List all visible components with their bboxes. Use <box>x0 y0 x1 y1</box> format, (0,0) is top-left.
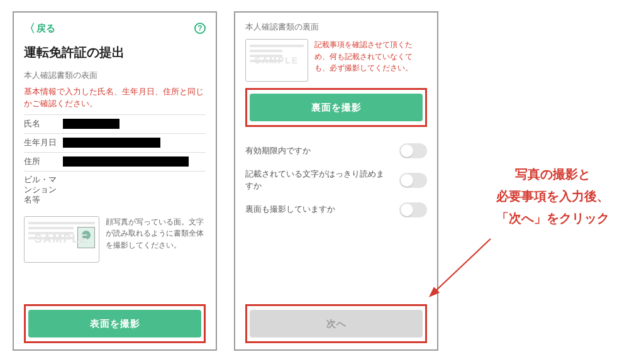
check-row-back-captured: 裏面も撮影していますか <box>245 197 427 222</box>
info-row-name: 氏名 <box>24 114 206 133</box>
toggle-valid[interactable] <box>399 143 427 158</box>
info-row-dob: 生年月日 <box>24 133 206 152</box>
sample-watermark-back: SAMPLE <box>246 40 308 81</box>
check-row-valid: 有効期限内ですか <box>245 138 427 163</box>
building-label: ビル・マンション名等 <box>24 175 63 206</box>
front-sample-card: SAMPLE <box>24 216 99 263</box>
capture-back-button[interactable]: 裏面を撮影 <box>250 94 423 121</box>
section-label-front: 本人確認書類の表面 <box>24 70 206 81</box>
phone-screen-back: 本人確認書類の裏面 SAMPLE 記載事項を確認させて頂くため、何も記載されてい… <box>234 11 438 351</box>
phone-screen-front: 〈 戻る ? 運転免許証の提出 本人確認書類の表面 基本情報で入力した氏名、生年… <box>13 11 217 351</box>
info-row-address: 住所 <box>24 152 206 171</box>
dob-label: 生年月日 <box>24 138 63 148</box>
info-row-building: ビル・マンション名等 <box>24 171 206 209</box>
annotation-text: 写真の撮影と必要事項を入力後、「次へ」をクリック <box>474 163 631 229</box>
sample-watermark: SAMPLE <box>25 217 99 262</box>
capture-front-button[interactable]: 表面を撮影 <box>28 310 201 337</box>
back-button[interactable]: 〈 戻る <box>24 23 55 35</box>
check-label-valid: 有効期限内ですか <box>245 145 311 157</box>
name-label: 氏名 <box>24 119 63 129</box>
redacted-name <box>63 119 119 129</box>
back-label: 戻る <box>36 23 55 35</box>
front-red-note: 基本情報で入力した氏名、生年月日、住所と同じかご確認ください。 <box>24 86 206 111</box>
next-button[interactable]: 次へ <box>250 310 423 337</box>
address-label: 住所 <box>24 156 63 167</box>
check-label-readable: 記載されている文字がはっきり読めますか <box>245 168 392 192</box>
section-label-back: 本人確認書類の裏面 <box>245 21 427 33</box>
page-title: 運転免許証の提出 <box>24 44 206 61</box>
redacted-address <box>63 156 189 167</box>
help-icon[interactable]: ? <box>194 23 206 34</box>
front-sample-text: 顔写真が写っている面。文字が読み取れるように書類全体を撮影してください。 <box>106 216 206 263</box>
toggle-back-captured[interactable] <box>399 202 427 217</box>
check-row-readable: 記載されている文字がはっきり読めますか <box>245 163 427 197</box>
check-label-back-captured: 裏面も撮影していますか <box>245 204 335 216</box>
nav-row: 〈 戻る ? <box>24 21 206 35</box>
toggle-readable[interactable] <box>399 173 427 188</box>
front-button-highlight: 表面を撮影 <box>24 304 206 343</box>
redacted-dob <box>63 138 160 148</box>
back-sample-row: SAMPLE 記載事項を確認させて頂くため、何も記載されていなくても、必ず撮影し… <box>245 39 427 82</box>
svg-line-0 <box>431 239 491 295</box>
back-sample-text: 記載事項を確認させて頂くため、何も記載されていなくても、必ず撮影してください。 <box>314 39 427 82</box>
next-button-highlight: 次へ <box>245 304 427 343</box>
back-button-highlight: 裏面を撮影 <box>245 88 427 127</box>
back-sample-card: SAMPLE <box>245 39 308 82</box>
chevron-left-icon: 〈 <box>24 23 35 34</box>
annotation-arrow-icon <box>421 239 497 317</box>
front-sample-row: SAMPLE 顔写真が写っている面。文字が読み取れるように書類全体を撮影してくだ… <box>24 216 206 263</box>
